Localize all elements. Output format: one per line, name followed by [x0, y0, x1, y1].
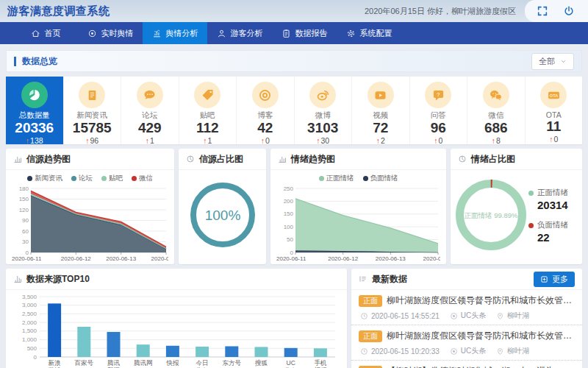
stat-card[interactable]: 总数据量20336↑138	[6, 77, 64, 144]
svg-text:2020-06-12: 2020-06-12	[61, 255, 91, 262]
nav-tab[interactable]: 游客分析	[207, 22, 272, 44]
news-title[interactable]: 【柳叶湖】常德柳叶湖集城、湖、山、洲为一体，是天然造化的生态组合盆景...	[387, 365, 575, 368]
stat-value: 15785	[64, 121, 121, 136]
legend-item: 论坛	[71, 174, 93, 183]
panel-title: 信源占比图	[199, 153, 243, 166]
legend-dot	[528, 223, 534, 228]
sentiment-badge: 正面	[359, 295, 382, 307]
latest-news-list: 正面柳叶湖旅游度假区领导督导防汛和城市长效管理工作2020-06-15 14:5…	[351, 290, 582, 368]
svg-text:2020-06-14: 2020-06-14	[151, 255, 168, 262]
news-item[interactable]: 正面【柳叶湖】常德柳叶湖集城、湖、山、洲为一体，是天然造化的生态组合盆景...2…	[351, 361, 582, 368]
panel-header: 数据来源TOP10	[6, 269, 347, 290]
forum-icon	[142, 88, 157, 103]
more-button[interactable]: 更多	[534, 272, 575, 287]
arrow-up-icon: ↑	[492, 136, 495, 145]
plus-square-icon	[540, 275, 548, 283]
stat-icon-wrap	[252, 82, 279, 108]
legend-item: 负面情绪	[363, 174, 398, 183]
meta-group: UC头条	[450, 346, 486, 356]
svg-text:200: 200	[284, 198, 294, 205]
analysis-icon	[152, 29, 162, 38]
source-share-donut: 100%	[179, 182, 266, 248]
stat-value: 3103	[295, 121, 352, 136]
svg-text:腾讯: 腾讯	[107, 359, 121, 367]
topbar-right: 2020年06月15日 你好，柳叶湖旅游度假区	[365, 0, 588, 22]
legend-dot	[101, 176, 107, 181]
stat-delta-value: 1	[150, 136, 154, 145]
nav-tab[interactable]: 舆情分析	[143, 22, 207, 44]
filter-dropdown[interactable]: 全部	[531, 53, 574, 70]
stat-label: 总数据量	[6, 110, 63, 121]
stat-delta: ↑8	[467, 136, 525, 145]
chevron-down-icon	[560, 58, 567, 65]
stat-label: 新闻资讯	[64, 110, 121, 121]
stat-card[interactable]: 论坛429↑1	[121, 77, 179, 144]
nav-tab[interactable]: 系统配置	[337, 22, 401, 44]
nav-tab-label: 系统配置	[360, 28, 392, 39]
stat-card[interactable]: 微博3103↑30	[295, 77, 353, 144]
site-icon	[496, 312, 504, 320]
nav-tab[interactable]: 首页	[13, 22, 78, 44]
stat-value: 429	[121, 121, 179, 136]
stat-delta: ↑0	[237, 136, 294, 145]
panel-header: 最新数据 更多	[351, 269, 582, 290]
report-icon	[282, 29, 291, 38]
settings-icon	[346, 29, 356, 38]
stat-card[interactable]: ?问答96↑0	[410, 77, 468, 144]
stat-card[interactable]: OTAOTA11↑0	[526, 77, 583, 144]
section-title: 数据总览	[22, 55, 57, 68]
weibo-icon	[315, 88, 331, 103]
panel-source-trend: 信源趋势图 新闻资讯论坛贴吧微信03060901201501802020-06-…	[6, 149, 174, 264]
legend-item: 新闻资讯	[27, 174, 62, 183]
monitor-icon	[87, 29, 97, 38]
stat-delta-value: 0	[265, 136, 270, 145]
main-nav: 首页实时舆情舆情分析游客分析数据报告系统配置	[0, 22, 588, 44]
panel-sentiment-trend: 情绪趋势图 正面情绪负面情绪0501001502002502020-06-112…	[270, 149, 446, 264]
nav-tab-label: 游客分析	[231, 28, 263, 39]
stat-value: 42	[237, 121, 294, 136]
panel-top10: 数据来源TOP10 05001,0001,5002,0002,5003,0003…	[6, 269, 347, 368]
stat-card[interactable]: 贴吧112↑1	[179, 77, 237, 144]
news-item[interactable]: 正面柳叶湖旅游度假区领导督导防汛和城市长效管理工作2020-06-15 10:2…	[351, 325, 582, 361]
legend-dot	[363, 176, 368, 181]
arrow-up-icon: ↑	[376, 136, 380, 145]
news-title[interactable]: 柳叶湖旅游度假区领导督导防汛和城市长效管理工作	[387, 330, 575, 342]
nav-tab-label: 舆情分析	[166, 28, 198, 39]
panel-title: 最新数据	[372, 273, 407, 286]
nav-tab[interactable]: 数据报告	[272, 22, 337, 44]
stat-card[interactable]: 新闻资讯15785↑96	[64, 77, 122, 144]
news-title[interactable]: 柳叶湖旅游度假区领导督导防汛和城市长效管理工作	[387, 294, 575, 307]
stat-card[interactable]: 微信686↑8	[467, 77, 526, 144]
ota-icon: OTA	[546, 88, 562, 103]
arrow-up-icon: ↑	[85, 136, 89, 145]
wechat-icon	[488, 88, 503, 103]
panel-title: 情绪占比图	[471, 153, 515, 166]
stat-card[interactable]: 视频72↑2	[352, 77, 410, 144]
svg-text:正面情绪 99.89%: 正面情绪 99.89%	[465, 211, 518, 219]
news-item[interactable]: 正面柳叶湖旅游度假区领导督导防汛和城市长效管理工作2020-06-15 14:5…	[351, 290, 582, 325]
nav-tab[interactable]: 实时舆情	[78, 22, 143, 44]
svg-text:50: 50	[287, 236, 293, 243]
legend-label: 负面情绪	[537, 220, 568, 230]
arrow-up-icon: ↑	[316, 136, 320, 145]
stat-icon-wrap	[483, 82, 509, 108]
clock-icon	[360, 312, 368, 320]
meta-group: UC头条	[450, 311, 486, 321]
stat-delta-value: 2	[381, 136, 385, 145]
svg-text:2020-06-13: 2020-06-13	[376, 255, 406, 262]
legend-label: 新闻资讯	[35, 174, 62, 183]
stat-icon-wrap	[309, 82, 336, 108]
trend-chart-icon	[278, 155, 287, 163]
fullscreen-icon[interactable]	[537, 5, 548, 17]
stat-value: 72	[352, 121, 409, 136]
svg-text:100: 100	[284, 224, 294, 230]
stat-card[interactable]: 博客42↑0	[237, 77, 295, 144]
top10-bar-chart: 05001,0001,5002,0002,5003,0003,500新浪微博百家…	[6, 292, 347, 368]
stat-value: 11	[526, 119, 583, 135]
power-icon[interactable]	[563, 5, 575, 17]
stat-icon-wrap: ?	[425, 82, 451, 108]
meta-group: 柳叶湖	[496, 311, 529, 321]
meta-group: 柳叶湖	[496, 346, 529, 356]
legend-dot	[71, 176, 76, 181]
stat-delta: ↑1	[179, 136, 237, 145]
